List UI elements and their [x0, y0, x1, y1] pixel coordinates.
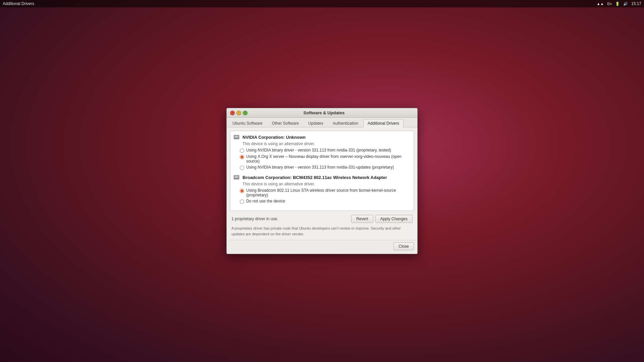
broadcom-device-icon: [233, 174, 240, 181]
svg-rect-2: [235, 136, 238, 137]
broadcom-device-section: Broadcom Corporation: BCM4352 802.11ac W…: [233, 174, 411, 204]
status-text: 1 proprietary driver in use.: [231, 217, 278, 221]
status-bar: 1 proprietary driver in use. Revert Appl…: [230, 214, 414, 224]
broadcom-option-sta[interactable]: Using Broadcom 802.11 Linux STA wireless…: [240, 188, 411, 197]
nvidia-device-subtitle: This device is using an alternative driv…: [243, 141, 411, 146]
tab-other-software[interactable]: Other Software: [267, 119, 303, 127]
battery-icon: 🔋: [615, 2, 620, 6]
nvidia-device-name: NVIDIA Corporation: Unknown: [243, 135, 306, 140]
tab-additional-drivers[interactable]: Additional Drivers: [363, 119, 404, 127]
software-updates-dialog: ✕ − + Software & Updates Ubuntu Software…: [226, 108, 418, 254]
nvidia-device-header: NVIDIA Corporation: Unknown: [233, 134, 411, 140]
dialog-footer: Close: [227, 240, 417, 254]
minimize-window-button[interactable]: −: [236, 111, 241, 115]
nvidia-binary-label: Using NVIDIA binary driver - version 331…: [246, 148, 391, 153]
clock: 15:17: [631, 1, 641, 6]
volume-icon: 🔊: [623, 2, 628, 6]
wifi-icon: ▲▲: [597, 2, 604, 6]
notice-text: A proprietary driver has private code th…: [230, 226, 414, 237]
window-buttons: ✕ − +: [230, 111, 248, 115]
nvidia-binary-radio[interactable]: [240, 148, 244, 153]
drivers-area: NVIDIA Corporation: Unknown This device …: [230, 131, 414, 211]
maximize-window-button[interactable]: +: [243, 111, 248, 115]
language-icon: En: [607, 2, 612, 6]
nvidia-nouveau-radio[interactable]: [240, 155, 244, 159]
revert-button[interactable]: Revert: [351, 215, 373, 223]
apply-changes-button[interactable]: Apply Changes: [375, 215, 413, 223]
nvidia-option-binary-updates[interactable]: Using NVIDIA binary driver - version 331…: [240, 165, 411, 170]
tab-authentication[interactable]: Authentication: [328, 119, 363, 127]
svg-rect-7: [235, 176, 238, 178]
svg-rect-8: [235, 179, 236, 179]
dialog-wrapper: ✕ − + Software & Updates Ubuntu Software…: [226, 108, 418, 254]
topbar-right: ▲▲ En 🔋 🔊 15:17: [597, 1, 641, 6]
nvidia-option-binary[interactable]: Using NVIDIA binary driver - version 331…: [240, 148, 411, 153]
dialog-title: Software & Updates: [250, 110, 398, 115]
close-button[interactable]: Close: [393, 242, 414, 250]
broadcom-device-subtitle: This device is using an alternative driv…: [243, 182, 411, 186]
nvidia-nouveau-label: Using X.Org X server – Nouveau display d…: [246, 154, 411, 164]
svg-rect-3: [235, 138, 236, 139]
close-window-button[interactable]: ✕: [230, 111, 235, 115]
nvidia-binary-updates-radio[interactable]: [240, 166, 244, 170]
tabs: Ubuntu Software Other Software Updates A…: [227, 118, 417, 127]
broadcom-none-label: Do not use the device: [246, 199, 285, 203]
dialog-titlebar: ✕ − + Software & Updates: [227, 108, 417, 118]
nvidia-device-section: NVIDIA Corporation: Unknown This device …: [233, 134, 411, 170]
broadcom-sta-label: Using Broadcom 802.11 Linux STA wireless…: [246, 188, 411, 197]
broadcom-device-header: Broadcom Corporation: BCM4352 802.11ac W…: [233, 174, 411, 181]
broadcom-sta-radio[interactable]: [240, 189, 244, 193]
action-buttons: Revert Apply Changes: [351, 215, 413, 223]
svg-rect-9: [237, 179, 238, 179]
tab-ubuntu-software[interactable]: Ubuntu Software: [228, 119, 267, 127]
tab-updates[interactable]: Updates: [304, 119, 328, 127]
nvidia-device-icon: [233, 134, 240, 140]
broadcom-device-name: Broadcom Corporation: BCM4352 802.11ac W…: [243, 175, 387, 180]
nvidia-option-nouveau[interactable]: Using X.Org X server – Nouveau display d…: [240, 154, 411, 164]
svg-rect-4: [237, 138, 238, 139]
topbar-title: Additional Drivers: [3, 1, 597, 6]
broadcom-none-radio[interactable]: [240, 199, 244, 204]
topbar: Additional Drivers ▲▲ En 🔋 🔊 15:17: [0, 0, 644, 7]
dialog-body: NVIDIA Corporation: Unknown This device …: [227, 127, 417, 240]
broadcom-option-none[interactable]: Do not use the device: [240, 199, 411, 204]
nvidia-binary-updates-label: Using NVIDIA binary driver - version 331…: [246, 165, 394, 170]
